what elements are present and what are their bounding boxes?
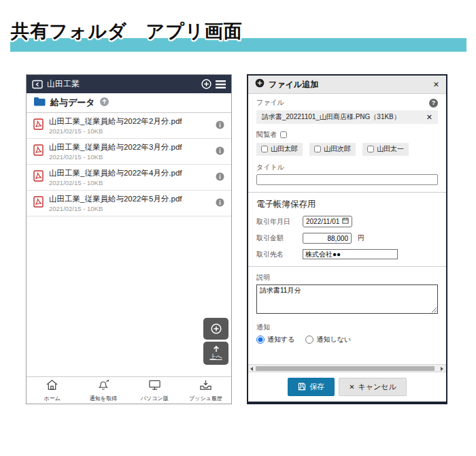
notify-on-radio[interactable]: 通知する [256, 335, 294, 344]
scroll-left-arrow-icon[interactable] [250, 367, 253, 371]
viewer-checkbox[interactable] [367, 146, 374, 152]
save-icon [298, 382, 306, 392]
nav-push-history[interactable]: プッシュ履歴 [180, 377, 231, 404]
file-row[interactable]: 山田工業_従業員給与2022年4月分.pdf 2021/02/15 - 10KB [27, 165, 231, 191]
scroll-to-top-fab[interactable]: 上へ [203, 342, 228, 365]
dialog-title: ファイル追加 [269, 79, 318, 91]
page-title: 共有フォルダ アプリ画面 [11, 19, 242, 44]
shared-folder-icon [32, 80, 43, 89]
divider [248, 192, 446, 193]
viewers-label: 閲覧者 [256, 130, 277, 140]
viewer-chip[interactable]: 山田太一 [362, 143, 409, 156]
info-icon[interactable] [216, 172, 224, 184]
file-meta: 2021/02/15 - 10KB [49, 205, 210, 212]
viewer-name: 山田太郎 [271, 144, 298, 154]
menu-icon[interactable] [216, 80, 226, 88]
pdf-icon [33, 170, 44, 184]
add-file-fab[interactable] [203, 318, 228, 340]
pdf-icon [33, 196, 44, 210]
dialog-header: ファイル追加 ✕ [248, 76, 446, 94]
help-icon[interactable]: ? [429, 99, 438, 108]
cancel-button[interactable]: ✕ キャンセル [339, 378, 407, 396]
description-textarea[interactable]: 請求書11月分 [256, 284, 438, 314]
home-icon [46, 379, 58, 393]
viewer-checkbox[interactable] [261, 146, 268, 152]
folder-name: 給与データ [50, 97, 95, 109]
date-label: 取引年月日 [256, 217, 303, 227]
title-field-label: タイトル [256, 163, 438, 172]
viewer-chips: 山田太郎 山田次郎 山田太一 [256, 143, 438, 156]
app-panel: 山田工業 給与データ 山田工業_従業員給与2022年2月分.pdf 2021 [26, 74, 232, 404]
ledger-section-heading: 電子帳簿保存用 [256, 199, 438, 210]
nav-get-notifications[interactable]: 通知を取得 [78, 377, 129, 404]
nav-label: パソコン版 [141, 395, 169, 402]
folder-row[interactable]: 給与データ [27, 93, 231, 113]
viewer-chip[interactable]: 山田次郎 [309, 143, 356, 156]
viewer-checkbox[interactable] [314, 146, 321, 152]
folder-icon [33, 97, 46, 109]
info-icon[interactable] [216, 197, 224, 210]
file-name: 山田工業_従業員給与2022年5月分.pdf [49, 194, 210, 204]
file-name: 山田工業_従業員給与2022年2月分.pdf [49, 116, 210, 127]
title-input[interactable] [256, 174, 438, 185]
cancel-x-icon: ✕ [349, 383, 354, 391]
push-history-icon [199, 379, 212, 393]
page: 共有フォルダ アプリ画面 山田工業 給与データ [0, 0, 476, 456]
bottom-nav: ホーム 通知を取得 パソコン版 プッシュ履歴 [27, 376, 231, 404]
folder-up-icon[interactable] [100, 97, 109, 109]
attached-file-name: 請求書_20221101_山田商店様.PNG（31KB） [262, 112, 401, 122]
viewer-chip[interactable]: 山田太郎 [256, 143, 303, 156]
radio-input[interactable] [256, 336, 265, 344]
floating-buttons: 上へ [203, 318, 228, 365]
nav-label: 通知を取得 [90, 395, 117, 402]
file-label: ファイル [256, 98, 284, 108]
add-file-dialog: ファイル追加 ✕ ファイル ? 請求書_20221101_山田商店様.PNG（3… [247, 74, 447, 404]
pdf-icon [33, 118, 44, 133]
dialog-footer: 保存 ✕ キャンセル [248, 372, 446, 402]
notify-off-radio[interactable]: 通知しない [305, 335, 351, 344]
client-input[interactable] [303, 249, 398, 259]
notification-label: 通知 [256, 323, 438, 332]
info-icon[interactable] [216, 146, 224, 158]
nav-pc-version[interactable]: パソコン版 [129, 377, 180, 404]
date-input[interactable]: 2022/11/01 [303, 216, 352, 227]
file-meta: 2021/02/15 - 10KB [49, 127, 210, 135]
info-icon[interactable] [216, 120, 224, 132]
monitor-icon [148, 379, 161, 393]
dialog-body: ファイル ? 請求書_20221101_山田商店様.PNG（31KB） ✕ 閲覧… [248, 94, 446, 344]
nav-label: プッシュ履歴 [189, 395, 222, 402]
app-header: 山田工業 [27, 75, 231, 93]
radio-input[interactable] [305, 336, 313, 344]
radio-label: 通知する [267, 335, 294, 344]
amount-unit: 円 [358, 233, 364, 243]
nav-home[interactable]: ホーム [27, 377, 78, 404]
client-label: 取引先名 [256, 250, 303, 259]
file-row[interactable]: 山田工業_従業員給与2022年5月分.pdf 2021/02/15 - 10KB [27, 191, 231, 216]
to-top-label: 上へ [209, 353, 222, 361]
date-value: 2022/11/01 [306, 218, 339, 225]
add-circle-icon[interactable] [201, 79, 211, 89]
viewers-select-all-checkbox[interactable] [280, 131, 287, 138]
file-meta: 2021/02/15 - 10KB [49, 153, 210, 161]
cancel-label: キャンセル [358, 382, 396, 392]
pdf-icon [33, 144, 44, 159]
viewer-name: 山田次郎 [324, 144, 351, 154]
app-title: 山田工業 [47, 78, 80, 90]
file-name: 山田工業_従業員給与2022年3月分.pdf [49, 142, 210, 152]
file-row[interactable]: 山田工業_従業員給与2022年3月分.pdf 2021/02/15 - 10KB [27, 139, 231, 165]
amount-label: 取引金額 [256, 233, 303, 243]
calendar-icon [342, 217, 349, 225]
amount-input[interactable] [303, 233, 352, 244]
save-label: 保存 [309, 382, 324, 392]
file-meta: 2021/02/15 - 10KB [49, 179, 210, 186]
save-button[interactable]: 保存 [288, 378, 335, 396]
scrollbar-thumb[interactable] [256, 366, 435, 371]
description-label: 説明 [256, 273, 438, 282]
add-circle-icon [255, 78, 265, 91]
close-icon[interactable]: ✕ [433, 80, 439, 89]
remove-file-icon[interactable]: ✕ [426, 113, 432, 122]
scroll-right-arrow-icon[interactable] [441, 367, 443, 371]
file-row[interactable]: 山田工業_従業員給与2022年2月分.pdf 2021/02/15 - 10KB [27, 113, 231, 139]
nav-label: ホーム [44, 395, 60, 402]
horizontal-scrollbar[interactable] [248, 364, 446, 372]
